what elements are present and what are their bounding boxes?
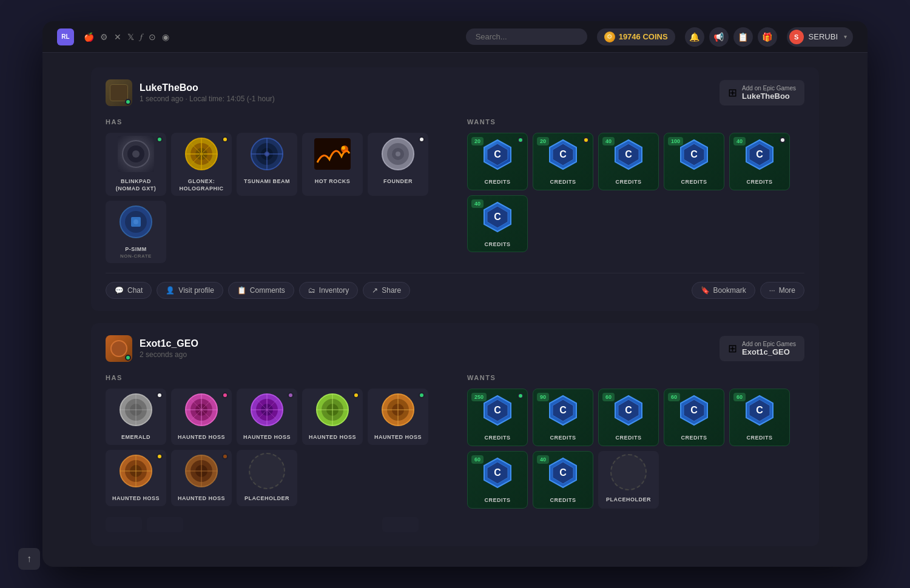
- scroll-to-top-button[interactable]: ↑: [18, 548, 40, 570]
- credits-badge: 60: [602, 393, 615, 401]
- chat-button[interactable]: 💬 Chat: [106, 282, 152, 299]
- item-image: [302, 133, 363, 175]
- item-credits-60b[interactable]: 60 C CREDITS: [664, 389, 724, 446]
- svg-text:C: C: [625, 149, 632, 159]
- credits-badge: 40: [733, 137, 746, 145]
- item-credits-40-geo[interactable]: 40 C credITS: [533, 451, 593, 509]
- coins-display: ⬡ 19746 COINS: [597, 28, 675, 45]
- visit-profile-button[interactable]: 👤 Visit profile: [157, 282, 223, 299]
- facebook-icon: 𝑓: [140, 32, 143, 42]
- item-glonex[interactable]: GLONEX: HOLOGRAPHIC: [171, 133, 232, 196]
- steam-icon: ⊙: [149, 32, 156, 42]
- item-label: CREDITS: [468, 494, 527, 508]
- trade-avatar-2: [106, 335, 132, 362]
- top-navigation: RL 🍎 ⚙ ✕ 𝕏 𝑓 ⊙ ◉ ⬡ 19746 COINS 🔔 📢 📋 🎁 S…: [42, 21, 868, 53]
- user-avatar: S: [789, 30, 804, 44]
- item-haunted-purple[interactable]: HAUNTED HOSS: [237, 389, 297, 445]
- item-label: CREDITS: [664, 176, 724, 190]
- trade-body-1: HAS: [106, 118, 804, 263]
- trade-user-details-1: LukeTheBoo 1 second ago · Local time: 14…: [140, 82, 275, 103]
- username-label: SERUBI: [809, 32, 838, 41]
- svg-point-24: [396, 152, 400, 156]
- trade-header-1: LukeTheBoo 1 second ago · Local time: 14…: [106, 79, 804, 106]
- apple-icon: 🍎: [84, 32, 94, 42]
- item-placeholder-has[interactable]: PLACEHOLDER: [237, 450, 297, 506]
- svg-text:C: C: [756, 405, 763, 415]
- user-badge[interactable]: S SERUBI ▾: [787, 27, 853, 47]
- item-label: CREDITS: [730, 432, 789, 446]
- item-credits-250[interactable]: 250 C CREDITS: [467, 389, 528, 446]
- item-haunted-pink[interactable]: HAUNTED HOSS: [171, 389, 232, 445]
- app-screen: RL 🍎 ⚙ ✕ 𝕏 𝑓 ⊙ ◉ ⬡ 19746 COINS 🔔 📢 📋 🎁 S…: [42, 21, 868, 567]
- credits-badge: 250: [471, 393, 487, 401]
- item-haunted-lime[interactable]: HAUNTED HOSS: [302, 389, 363, 445]
- credits-badge: 20: [471, 137, 484, 145]
- item-tsunami[interactable]: TSUNAMI BEAM: [237, 133, 297, 196]
- item-label: GLONEX: HOLOGRAPHIC: [171, 175, 232, 196]
- svg-text:C: C: [559, 149, 567, 159]
- item-label: HAUNTED HOSS: [368, 431, 428, 445]
- item-dot: [157, 136, 163, 142]
- item-credits-60c[interactable]: 60 C CREDITS: [729, 389, 790, 446]
- item-credits-60d[interactable]: 60 C CREDITS: [467, 451, 528, 509]
- item-credits-40-white[interactable]: 40 C CREDITS: [729, 133, 790, 190]
- item-image: [237, 450, 297, 492]
- item-hotrocks[interactable]: HOT ROCKS: [302, 133, 363, 196]
- item-haunted-green-dot[interactable]: HAUNTED HOSS: [368, 389, 428, 445]
- gift-icon[interactable]: 🎁: [758, 27, 777, 47]
- item-label: CREDITS: [664, 432, 724, 446]
- item-credits-90[interactable]: 90 C CREDITS: [533, 389, 593, 446]
- inventory-button[interactable]: 🗂 Inventory: [299, 282, 358, 299]
- svg-point-2: [132, 150, 140, 158]
- footer-right-1: 🔖 Bookmark ··· More: [692, 282, 804, 299]
- item-label: P-SIMMNon-Crate: [106, 243, 166, 263]
- epic-badge-2[interactable]: ⊞ Add on Epic Games Exot1c_GEO: [720, 336, 804, 361]
- item-label: TSUNAMI BEAM: [237, 175, 297, 189]
- item-haunted-orange2[interactable]: HAUNTED HOSS: [106, 450, 166, 506]
- trade-card-2: Exot1c_GEO 2 seconds ago ⊞ Add on Epic G…: [91, 323, 819, 546]
- item-haunted-brown[interactable]: HAUNTED HOSS: [171, 450, 232, 506]
- item-credits-40-b[interactable]: 40 C CREDITS: [467, 195, 528, 253]
- wants-items-grid-1: 20: [467, 133, 804, 252]
- item-label: HAUNTED HOSS: [106, 492, 166, 506]
- item-credits-60a[interactable]: 60 C credits: [598, 389, 659, 446]
- more-button[interactable]: ··· More: [760, 282, 804, 299]
- footer-actions-1: 💬 Chat 👤 Visit profile 📋 Comments 🗂 Inve…: [106, 282, 410, 299]
- credits-badge: 20: [537, 137, 549, 145]
- item-image: [598, 451, 659, 493]
- announcement-icon[interactable]: 📢: [709, 27, 729, 47]
- has-title-1: HAS: [106, 118, 443, 125]
- item-credits-100[interactable]: 100 C CREDITS: [664, 133, 724, 190]
- item-psimm[interactable]: P-SIMMNon-Crate: [106, 201, 166, 263]
- app-logo[interactable]: RL: [57, 28, 74, 45]
- item-label: HAUNTED HOSS: [237, 431, 297, 445]
- item-label: HAUNTED HOSS: [302, 431, 363, 445]
- trade-username-1: LukeTheBoo: [140, 82, 275, 93]
- trade-body-2: HAS: [106, 374, 804, 508]
- item-dot: [517, 137, 524, 143]
- list-icon[interactable]: 📋: [733, 27, 753, 47]
- item-credits-20-yellow[interactable]: 20 C CREDITS: [533, 133, 593, 190]
- item-credits-20-green[interactable]: 20: [467, 133, 528, 190]
- epic-badge-1[interactable]: ⊞ Add on Epic Games LukeTheBoo: [720, 80, 804, 105]
- wants-title-2: WANTS: [467, 374, 804, 381]
- search-input[interactable]: [466, 28, 587, 45]
- item-emerald[interactable]: EMERALD: [106, 389, 166, 445]
- svg-text:C: C: [494, 149, 501, 159]
- item-blinkpad[interactable]: BLINKPAD (NOMAD GXT): [106, 133, 166, 196]
- discord-icon: ◉: [162, 32, 169, 42]
- svg-point-28: [133, 219, 138, 224]
- trade-avatar-1: [106, 79, 132, 106]
- share-button[interactable]: ↗ Share: [363, 282, 410, 299]
- credits-badge: 90: [537, 393, 549, 401]
- item-placeholder-wants[interactable]: PLACEHOLDER: [598, 451, 659, 509]
- item-founder[interactable]: FOUNDER: [368, 133, 428, 196]
- item-label: BLINKPAD (NOMAD GXT): [106, 175, 166, 196]
- trade-username-2: Exot1c_GEO: [140, 338, 198, 349]
- notification-icon[interactable]: 🔔: [685, 27, 704, 47]
- comments-button[interactable]: 📋 Comments: [228, 282, 294, 299]
- item-dot: [419, 136, 425, 142]
- item-label: CREDITS: [533, 176, 593, 190]
- item-credits-40[interactable]: 40 C CREDITS: [598, 133, 659, 190]
- bookmark-button[interactable]: 🔖 Bookmark: [692, 282, 755, 299]
